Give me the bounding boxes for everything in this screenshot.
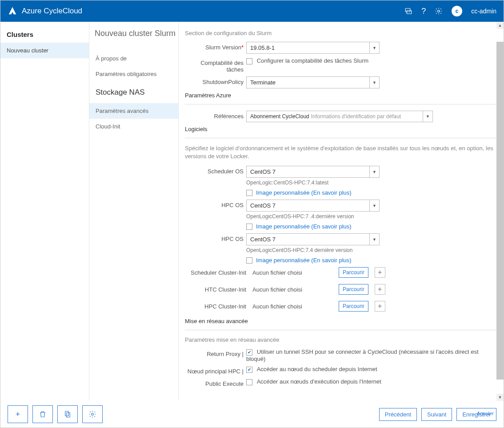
input-scheduler-os[interactable]: CentOS 7 [246, 166, 370, 178]
step-advanced[interactable]: Paramètres avancés [89, 103, 178, 119]
add-button[interactable]: + [8, 405, 28, 423]
checkbox-return-proxy[interactable] [246, 349, 252, 356]
label-shutdown: ShutdownPolicy [185, 76, 246, 85]
label-slurm-version: Slurm Version* [185, 42, 246, 51]
step-nas[interactable]: Stockage NAS [89, 82, 178, 103]
gear-icon [88, 410, 96, 418]
page-title: Nouveau cluster Slurm [89, 22, 178, 43]
step-cloudinit[interactable]: Cloud-Init [89, 119, 178, 134]
svg-rect-4 [67, 412, 70, 417]
label-hpc-os: HPC OS [185, 200, 246, 208]
step-about[interactable]: À propos de [89, 51, 178, 66]
add-hpc-clusterinit[interactable]: + [375, 301, 385, 312]
text-accounting: Configurer la comptabilité des tâches Sl… [257, 57, 368, 64]
subtext-hpc-os2: OpenLogicCentOS-HPC:7.4 dernière version [246, 247, 497, 253]
next-button[interactable]: Suivant [421, 408, 452, 421]
sidebar: Clusters Nouveau cluster [0, 22, 89, 401]
section-azure-title: Paramètres Azure [185, 92, 497, 99]
help-icon[interactable]: ? [421, 7, 426, 16]
header-actions: ? c cc-admin [404, 6, 496, 16]
footer: + Précédent Suivant Enregistrer Annuler [0, 401, 504, 428]
settings-icon[interactable] [435, 7, 443, 15]
checkbox-hpc-custom-image[interactable] [246, 224, 252, 230]
checkbox-scheduler-custom-image[interactable] [246, 190, 252, 196]
app-name: Azure CycleCloud [22, 7, 82, 16]
add-htc-clusterinit[interactable]: + [375, 284, 385, 295]
delete-button[interactable] [32, 405, 53, 423]
scroll-thumb[interactable] [496, 42, 504, 380]
dropdown-hpc-os[interactable]: ▼ [370, 200, 380, 212]
subtext-scheduler-os: OpenLogic:CentOS-HPC:7.4:latest [246, 180, 497, 186]
svg-rect-1 [407, 11, 412, 14]
checkbox-public-execute[interactable] [246, 379, 252, 385]
input-references[interactable]: Abonnement CycleCloudInformations d'iden… [246, 111, 423, 122]
dropdown-slurm-version[interactable]: ▼ [370, 42, 380, 54]
section-slurm-title: Section de configuration du Slurm [185, 30, 497, 36]
dropdown-scheduler-os[interactable]: ▼ [370, 166, 380, 178]
section-software-title: Logiciels [185, 126, 497, 132]
browse-scheduler-clusterinit[interactable]: Parcourir [339, 267, 368, 278]
checkbox-accounting[interactable] [246, 58, 252, 64]
copy-button[interactable] [57, 405, 78, 423]
label-accounting: Comptabilité des tâches [185, 57, 246, 73]
scroll-down-icon[interactable]: ▼ [496, 394, 504, 401]
svg-rect-0 [405, 8, 410, 12]
add-scheduler-clusterinit[interactable]: + [375, 267, 385, 278]
text-head-node: Accéder au nœud du scheduler depuis Inte… [257, 366, 377, 372]
form-panel: ▲ ▼ Section de configuration du Slurm Sl… [178, 22, 504, 401]
label-public-execute: Public Execute [185, 378, 246, 387]
trash-icon [39, 410, 47, 418]
label-head-node: Nœud principal HPC | [185, 366, 246, 375]
input-hpc-os[interactable]: CentOS 7 [246, 200, 370, 212]
sidebar-heading: Clusters [0, 26, 89, 43]
subtext-hpc-os: OpenLogicCentOS-HPC:7 .4:dernière versio… [246, 213, 497, 220]
app-logo: Azure CycleCloud [8, 6, 82, 16]
label-references: Références [185, 111, 246, 120]
checkbox-head-node[interactable] [246, 367, 252, 373]
label-return-proxy: Return Proxy | [185, 348, 246, 357]
feedback-icon[interactable] [404, 7, 412, 15]
text-public-execute: Accéder aux nœuds d'exécution depuis l'I… [257, 378, 381, 385]
label-hpc-clusterinit: HPC Cluster-Init [185, 303, 246, 310]
text-return-proxy: Utiliser un tunnel SSH pour se connecter… [246, 348, 479, 362]
input-slurm-version[interactable]: 19.05.8-1 [246, 42, 370, 54]
copy-icon [64, 410, 72, 418]
link-scheduler-custom-image[interactable]: Image personnalisée (En savoir plus) [256, 189, 352, 196]
scrollbar[interactable]: ▲ ▼ [496, 22, 504, 401]
svg-rect-3 [65, 411, 69, 416]
user-name[interactable]: cc-admin [471, 8, 496, 15]
label-htc-clusterinit: HTC Cluster-Init [185, 286, 246, 293]
user-avatar[interactable]: c [452, 6, 462, 16]
dropdown-hpc-os2[interactable]: ▼ [370, 233, 380, 245]
label-hpc-os2: HPC OS [185, 233, 246, 242]
dropdown-shutdown[interactable]: ▼ [370, 76, 380, 88]
label-scheduler-clusterinit: Scheduler Cluster-Init [185, 269, 246, 276]
azure-icon [8, 6, 17, 16]
app-header: Azure CycleCloud ? c cc-admin [0, 0, 504, 22]
cancel-button[interactable]: Annuler [477, 411, 494, 416]
section-networking-subtitle: Paramètres mise en réseau avancée [185, 336, 497, 343]
browse-hpc-clusterinit[interactable]: Parcourir [339, 301, 368, 312]
step-required[interactable]: Paramètres obligatoires [89, 66, 178, 82]
dropdown-references[interactable]: ▼ [423, 111, 433, 122]
scroll-up-icon[interactable]: ▲ [496, 22, 504, 29]
status-hpc-clusterinit: Aucun fichier choisi [252, 303, 332, 310]
link-hpc2-custom-image[interactable]: Image personnalisée (En savoir plus) [256, 257, 352, 264]
settings-button[interactable] [82, 405, 103, 423]
link-hpc-custom-image[interactable]: Image personnalisée (En savoir plus) [256, 223, 352, 230]
status-htc-clusterinit: Aucun fichier choisi [252, 286, 332, 293]
status-scheduler-clusterinit: Aucun fichier choisi [252, 269, 332, 276]
wizard-steps: À propos de Paramètres obligatoires Stoc… [89, 43, 178, 134]
section-networking-title: Mise en réseau avancée [185, 318, 497, 324]
input-shutdown[interactable]: Terminate [246, 76, 370, 88]
checkbox-hpc2-custom-image[interactable] [246, 257, 252, 264]
sidebar-item-new-cluster[interactable]: Nouveau cluster [0, 43, 89, 58]
svg-point-2 [438, 10, 440, 12]
browse-htc-clusterinit[interactable]: Parcourir [339, 284, 368, 295]
prev-button[interactable]: Précédent [379, 408, 417, 421]
software-description: Spécifiez le logiciel d'ordonnancement e… [185, 144, 497, 160]
label-scheduler-os: Scheduler OS [185, 166, 246, 175]
svg-point-5 [92, 413, 94, 416]
input-hpc-os2[interactable]: CentOS 7 [246, 233, 370, 245]
plus-icon: + [16, 410, 20, 419]
